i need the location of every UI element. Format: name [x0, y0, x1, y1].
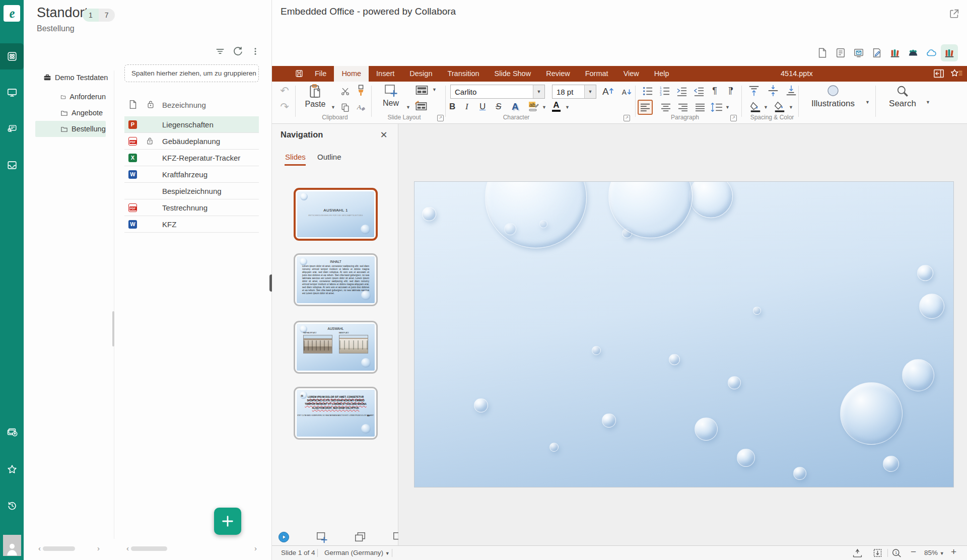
search-button[interactable]: Search: [882, 85, 923, 109]
slide-thumbnail-2[interactable]: INHALTLorem ipsum dolor sit amet, conset…: [294, 253, 378, 306]
layout-dropdown-caret[interactable]: ▼: [432, 87, 437, 92]
new-slide-button[interactable]: New: [377, 84, 405, 108]
rail-item-favorites[interactable]: [0, 456, 24, 482]
paragraph-fill-button[interactable]: [748, 100, 763, 114]
start-presentation-button[interactable]: [278, 531, 290, 543]
lock-column-icon[interactable]: [147, 100, 154, 109]
ltr-paragraph-button[interactable]: ¶: [708, 84, 721, 97]
file-row-kfz[interactable]: WKFZ: [124, 216, 259, 233]
justify-button[interactable]: [693, 101, 707, 114]
menu-file[interactable]: File: [307, 66, 334, 82]
bold-button[interactable]: B: [449, 102, 455, 112]
font-name-caret[interactable]: ▼: [533, 85, 544, 98]
shape-fill-button[interactable]: [773, 100, 787, 114]
tree-hscroll-thumb[interactable]: [43, 546, 75, 551]
edit-document-button[interactable]: [868, 44, 885, 61]
paste-dropdown-caret[interactable]: ▼: [331, 105, 335, 110]
add-record-button[interactable]: [214, 508, 241, 535]
add-slide-button[interactable]: [316, 531, 328, 543]
clear-formatting-button[interactable]: A: [355, 101, 368, 114]
slide-thumbnail-1[interactable]: AUSWAHL 1ENTSCHEIDUNGSHILFE FÜR DIE GESC…: [294, 188, 378, 241]
grow-font-button[interactable]: A: [600, 84, 615, 99]
decrease-indent-button[interactable]: [692, 85, 706, 98]
search-caret[interactable]: ▼: [926, 100, 930, 105]
slide-editing-surface[interactable]: AUSWAHL 1 ENTSCHEIDUNGSHILFE FÜR DIE GES…: [415, 182, 953, 487]
open-external-button[interactable]: [949, 8, 960, 19]
menu-transition[interactable]: Transition: [440, 66, 487, 82]
feedback-button[interactable]: [950, 68, 963, 79]
shape-fill-caret[interactable]: ▼: [789, 105, 793, 110]
align-bottom-button[interactable]: [784, 84, 799, 98]
character-dialog-launcher[interactable]: ↗: [624, 115, 630, 121]
office-library-button-active[interactable]: [941, 44, 958, 61]
group-by-dropzone[interactable]: Spalten hierher ziehen, um zu gruppieren: [124, 64, 259, 82]
menu-slide-show[interactable]: Slide Show: [487, 66, 539, 82]
zoom-in-button[interactable]: +: [951, 545, 956, 559]
send-mail-button[interactable]: [850, 44, 867, 61]
align-right-button[interactable]: [676, 101, 690, 114]
zoom-reset-button[interactable]: 1: [891, 548, 902, 560]
tree-item-anforderungen[interactable]: Anforderungen: [35, 89, 106, 105]
shrink-font-button[interactable]: A: [619, 85, 634, 98]
file-row-bespielzeichnung[interactable]: Bespielzeichnung: [124, 183, 259, 199]
scroll-right-icon[interactable]: ›: [252, 544, 259, 553]
duplicate-slide-button[interactable]: [354, 531, 366, 543]
rail-item-export[interactable]: [0, 419, 24, 445]
language-selector[interactable]: German (Germany) ▼: [324, 546, 390, 560]
align-vcenter-button[interactable]: [766, 84, 781, 98]
scroll-right-icon[interactable]: ›: [95, 544, 102, 553]
user-avatar[interactable]: [3, 535, 21, 556]
menu-format[interactable]: Format: [578, 66, 616, 82]
rail-item-inbox[interactable]: [0, 152, 24, 178]
underline-button[interactable]: U: [479, 102, 486, 112]
fit-width-button[interactable]: [852, 548, 863, 560]
file-row-testrechnung[interactable]: PDFTestrechnung: [124, 199, 259, 216]
app-logo[interactable]: e: [4, 5, 20, 22]
file-type-column-icon[interactable]: [129, 100, 137, 109]
form-document-button[interactable]: [832, 44, 849, 61]
save-button[interactable]: [295, 69, 304, 78]
rail-item-requests[interactable]: [0, 116, 24, 142]
strikethrough-button[interactable]: S: [496, 102, 501, 112]
filter-button[interactable]: [214, 45, 226, 57]
zoom-out-button[interactable]: −: [911, 545, 916, 559]
paste-button[interactable]: Paste: [301, 84, 329, 109]
line-spacing-caret[interactable]: ▼: [725, 105, 730, 110]
align-left-button-active[interactable]: [638, 100, 653, 115]
team-button[interactable]: [905, 44, 922, 61]
menu-design[interactable]: Design: [402, 66, 440, 82]
rail-item-dashboard[interactable]: [0, 43, 24, 69]
font-name-combobox[interactable]: Carlito ▼: [450, 85, 545, 99]
illustrations-caret[interactable]: ▼: [865, 100, 870, 105]
redo-button[interactable]: ↷: [278, 100, 291, 113]
font-color-button[interactable]: A: [552, 101, 561, 112]
collapse-sidebar-button[interactable]: [933, 68, 945, 79]
file-row-kfz-reperatur-tracker[interactable]: XKFZ-Reperatur-Tracker: [124, 150, 259, 166]
font-size-caret[interactable]: ▼: [584, 85, 596, 98]
copy-button[interactable]: [338, 101, 352, 114]
file-row-geb-udeplanung[interactable]: PDFGebäudeplanung: [124, 133, 259, 150]
new-document-button[interactable]: [814, 44, 831, 61]
increase-indent-button[interactable]: [675, 85, 689, 98]
tree-scrollbar-thumb[interactable]: [112, 311, 114, 346]
paragraph-fill-caret[interactable]: ▼: [764, 105, 768, 110]
cloud-button[interactable]: [923, 44, 940, 61]
tab-outline[interactable]: Outline: [317, 153, 341, 161]
change-layout-button[interactable]: [413, 100, 428, 113]
line-spacing-button[interactable]: [709, 101, 724, 114]
rtl-paragraph-button[interactable]: ¶: [724, 84, 737, 97]
fit-page-button[interactable]: [872, 548, 883, 560]
scroll-left-icon[interactable]: ‹: [124, 544, 131, 553]
slide-thumbnail-3[interactable]: AUSWAHLRATHAUSPLATZBANKPLATZ: [294, 321, 378, 374]
font-size-combobox[interactable]: 18 pt ▼: [552, 85, 596, 99]
rail-item-desktop[interactable]: [0, 80, 24, 106]
library-button[interactable]: [886, 44, 904, 61]
slide-thumbnail-4[interactable]: “LOREM IPSUM DOLOR SIT AMET, CONSETETUR …: [294, 387, 378, 440]
menu-view[interactable]: View: [616, 66, 647, 82]
tree-root-node[interactable]: Demo Testdaten: [43, 74, 108, 82]
illustrations-button[interactable]: Illustrations: [805, 85, 861, 109]
align-center-button[interactable]: [659, 101, 673, 114]
layout-button[interactable]: [414, 84, 429, 96]
refresh-button[interactable]: [232, 45, 244, 57]
new-slide-dropdown-caret[interactable]: ▼: [406, 105, 410, 110]
